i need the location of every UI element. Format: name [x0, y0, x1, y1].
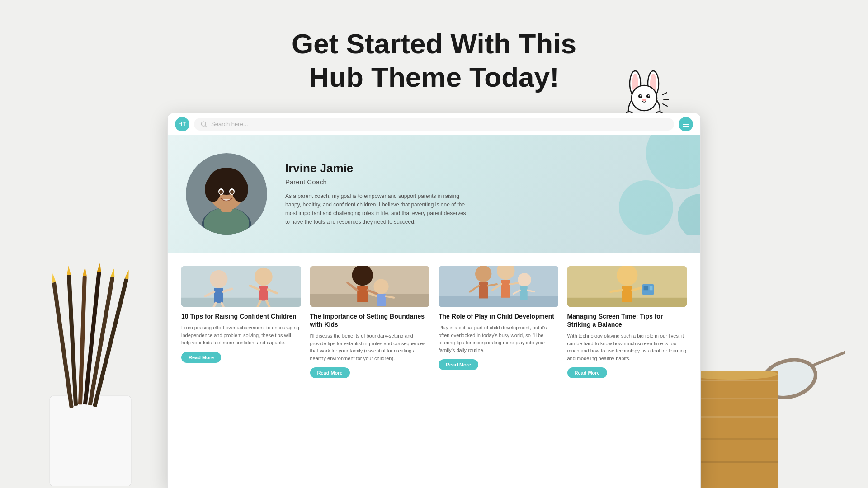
hamburger-icon	[683, 122, 689, 127]
read-more-button-1[interactable]: Read More	[181, 352, 221, 363]
svg-point-36	[648, 95, 650, 97]
svg-marker-10	[111, 268, 116, 277]
article-image-4	[567, 266, 687, 307]
svg-point-57	[232, 177, 248, 202]
svg-point-32	[632, 85, 657, 111]
svg-rect-21	[687, 380, 778, 381]
svg-point-82	[373, 279, 388, 294]
svg-line-44	[663, 104, 667, 106]
profile-image	[186, 153, 267, 235]
articles-section: 10 Tips for Raising Confident Children F…	[168, 253, 700, 387]
search-placeholder: Search here...	[211, 121, 248, 127]
article-card-2: The Importance of Setting Boundaries wit…	[310, 266, 430, 378]
article-excerpt-3: Play is a critical part of child develop…	[439, 324, 558, 354]
svg-rect-107	[643, 286, 648, 290]
hero-title: Get Started With This Hub Theme Today!	[0, 27, 868, 94]
svg-rect-93	[501, 280, 510, 298]
svg-marker-4	[66, 266, 71, 275]
svg-rect-24	[687, 438, 778, 440]
article-excerpt-2: I'll discuss the benefits of boundary-se…	[310, 332, 430, 362]
search-bar[interactable]: Search here...	[194, 118, 674, 131]
svg-rect-89	[479, 282, 488, 298]
svg-rect-77	[310, 294, 430, 307]
browser-content: Irvine Jamie Parent Coach As a parent co…	[168, 135, 700, 488]
article-excerpt-1: From praising effort over achievement to…	[181, 324, 301, 347]
article-title-2: The Importance of Setting Boundaries wit…	[310, 312, 430, 328]
menu-button[interactable]	[679, 117, 693, 131]
article-title-3: The Role of Play in Child Development	[439, 312, 558, 320]
bg-decoration	[610, 135, 700, 235]
svg-rect-71	[259, 286, 268, 300]
svg-point-37	[642, 99, 646, 101]
svg-marker-2	[51, 273, 56, 283]
article-excerpt-4: With technology playing such a big role …	[567, 332, 687, 362]
svg-point-47	[646, 135, 700, 189]
svg-rect-25	[687, 461, 778, 463]
read-more-button-2[interactable]: Read More	[310, 367, 350, 378]
svg-line-17	[812, 352, 845, 365]
browser-mockup: HT Search here...	[167, 113, 701, 488]
svg-line-46	[205, 125, 207, 127]
article-card-4: Managing Screen Time: Tips for Striking …	[567, 266, 687, 378]
svg-rect-63	[181, 298, 301, 307]
article-image-1	[181, 266, 301, 307]
svg-rect-97	[520, 286, 528, 300]
svg-rect-87	[439, 296, 558, 307]
article-card-1: 10 Tips for Raising Confident Children F…	[181, 266, 301, 378]
svg-line-104	[610, 290, 622, 291]
svg-point-56	[205, 177, 221, 202]
svg-marker-6	[83, 267, 87, 276]
svg-rect-83	[377, 294, 386, 306]
svg-rect-65	[214, 288, 223, 303]
profile-bio: As a parent coach, my goal is to empower…	[285, 192, 466, 227]
svg-rect-22	[687, 398, 778, 399]
article-title-4: Managing Screen Time: Tips for Striking …	[567, 312, 687, 328]
search-icon	[200, 121, 208, 128]
articles-grid: 10 Tips for Raising Confident Children F…	[181, 266, 687, 378]
svg-point-64	[210, 270, 228, 288]
svg-rect-0	[50, 396, 131, 486]
browser-navbar: HT Search here...	[168, 113, 700, 135]
article-image-2	[310, 266, 430, 307]
pencil-cup-decoration	[27, 251, 154, 488]
svg-marker-8	[97, 263, 102, 272]
svg-point-35	[640, 95, 642, 97]
site-logo[interactable]: HT	[175, 117, 189, 131]
svg-rect-20	[687, 371, 778, 488]
article-title-1: 10 Tips for Raising Confident Children	[181, 312, 301, 320]
svg-point-61	[230, 190, 234, 194]
svg-rect-79	[357, 286, 368, 302]
svg-marker-12	[125, 269, 131, 279]
article-image-3	[439, 266, 558, 307]
svg-point-49	[678, 194, 700, 235]
read-more-button-4[interactable]: Read More	[567, 367, 607, 378]
svg-point-48	[619, 180, 673, 235]
svg-line-42	[662, 93, 667, 95]
article-card-3: The Role of Play in Child Development Pl…	[439, 266, 558, 378]
svg-rect-108	[649, 286, 652, 290]
svg-rect-23	[687, 416, 778, 418]
svg-point-70	[255, 268, 273, 286]
svg-point-96	[518, 273, 531, 286]
read-more-button-3[interactable]: Read More	[439, 359, 478, 370]
svg-rect-103	[622, 286, 632, 302]
profile-section: Irvine Jamie Parent Coach As a parent co…	[168, 135, 700, 253]
svg-point-60	[219, 190, 223, 194]
svg-point-88	[475, 266, 491, 282]
